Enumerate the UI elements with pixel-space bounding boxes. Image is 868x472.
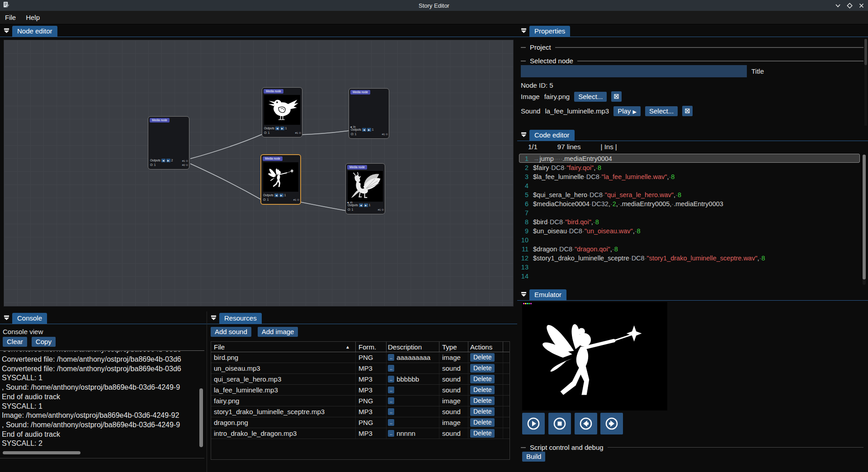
column-header-type[interactable]: Type (439, 342, 468, 352)
console-line: Convertered file: /home/anthony/ostproj/… (2, 355, 198, 364)
collapse-icon[interactable] (521, 131, 527, 139)
outputs-count: 2 (171, 158, 173, 163)
outputs-increment-button[interactable]: ▶ (364, 203, 368, 207)
table-row[interactable]: story1_drako_luminelle_sceptre.mp3MP3 ..… (211, 406, 509, 417)
node-start[interactable]: Media node Outputs◀▶2 O: 1 #1 ⊙#2 ⊙ (148, 116, 189, 170)
console-log[interactable]: Convertered file: /home/anthony/ostproj/… (2, 351, 198, 449)
node-empty[interactable]: Media node ◄ In Outputs◀▶1 O: 1 #1 ⊙ (349, 88, 389, 139)
outputs-decrement-button[interactable]: ◀ (362, 128, 366, 132)
column-header-file[interactable]: File▲ (211, 342, 356, 352)
table-row[interactable]: un_oiseau.mp3MP3 .. sound Delete (211, 363, 509, 374)
column-header-form[interactable]: Form. (356, 342, 387, 352)
outputs-increment-button[interactable]: ▶ (367, 128, 371, 132)
code-text-area[interactable]: 1→jump····.mediaEntry0004 2$fairy·DC8·"f… (519, 154, 860, 288)
node-bird[interactable]: Media node Outputs◀▶1 O: 1 #1 ⊙ (262, 87, 302, 137)
outputs-decrement-button[interactable]: ◀ (161, 159, 165, 162)
table-row[interactable]: intro_drako_le_dragon.mp3MP3 ..nnnnn sou… (211, 428, 509, 439)
edit-description-button[interactable]: .. (388, 397, 394, 404)
edit-description-button[interactable]: .. (388, 408, 394, 415)
edit-description-button[interactable]: .. (388, 365, 394, 372)
delete-button[interactable]: Delete (470, 364, 495, 373)
console-clear-button[interactable]: Clear (3, 337, 27, 347)
delete-button[interactable]: Delete (470, 386, 495, 394)
emulator-next-button[interactable] (600, 413, 623, 434)
tab-emulator[interactable]: Emulator (529, 289, 566, 300)
collapse-icon[interactable] (521, 27, 527, 35)
console-vertical-scrollbar[interactable] (199, 351, 203, 449)
column-header-actions[interactable]: Actions (468, 342, 503, 352)
selected-node-group-separator: Selected node (521, 57, 863, 65)
build-button[interactable]: Build (522, 452, 545, 462)
code-line: 9$un_oiseau·DC8·"un_oiseau.wav",·8 (519, 226, 860, 235)
node-fairy-selected[interactable]: Media node Outputs◀▶1 O: 1 #1 ⊙ (260, 154, 301, 205)
outputs-decrement-button[interactable]: ◀ (275, 127, 279, 130)
console-line: Image: /home/anthony/ostproj/ba869e4b-03… (2, 411, 198, 420)
emulator-stop-button[interactable] (548, 413, 571, 434)
properties-scrollbar[interactable] (864, 39, 867, 126)
outputs-increment-button[interactable]: ▶ (166, 159, 170, 162)
sound-play-button[interactable]: Play ▶ (613, 106, 641, 116)
table-row[interactable]: fairy.pngPNG .. image Delete (211, 396, 509, 406)
tab-code-editor[interactable]: Code editor (529, 130, 575, 141)
table-row[interactable]: dragon.pngPNG .. image Delete (211, 417, 509, 428)
table-row[interactable]: qui_sera_le_hero.mp3MP3 ..bbbbbb sound D… (211, 374, 509, 385)
code-status-bar: 1/1 97 lines | Ins | (528, 143, 617, 151)
table-row[interactable]: bird.pngPNG ..aaaaaaaaa image Delete (211, 352, 509, 363)
edit-description-button[interactable]: .. (388, 354, 394, 361)
collapse-icon[interactable] (4, 314, 9, 322)
delete-button[interactable]: Delete (470, 353, 495, 362)
outputs-decrement-button[interactable]: ◀ (274, 194, 278, 197)
delete-button[interactable]: Delete (470, 375, 495, 383)
emulator-play-button[interactable] (522, 413, 545, 434)
code-scrollbar[interactable] (863, 155, 866, 285)
window-title: Story Editor (0, 2, 868, 9)
collapse-icon[interactable] (4, 27, 9, 35)
sound-clear-button[interactable]: ⊠ (682, 106, 693, 116)
image-clear-button[interactable]: ⊠ (611, 91, 622, 102)
output-pin[interactable]: #2 ⊙ (182, 163, 188, 167)
node-dragon[interactable]: Media node ◄ In Outputs◀▶1 O: 1 #1 ⊙ (345, 163, 385, 214)
node-outputs-label: Outputs (263, 193, 274, 198)
maximize-icon[interactable] (847, 3, 853, 9)
table-row[interactable]: la_fee_luminelle.mp3MP3 .. sound Delete (211, 385, 509, 396)
play-icon: ▶ (633, 109, 637, 114)
delete-button[interactable]: Delete (470, 418, 495, 427)
output-pin[interactable]: #1 ⊙ (295, 131, 301, 135)
console-copy-button[interactable]: Copy (32, 337, 56, 347)
output-pin[interactable]: #1 ⊙ (382, 132, 388, 137)
add-sound-button[interactable]: Add sound (211, 327, 251, 337)
edit-description-button[interactable]: .. (388, 387, 394, 393)
menu-file[interactable]: File (0, 14, 21, 21)
sound-select-button[interactable]: Select... (645, 106, 678, 116)
edit-description-button[interactable]: .. (388, 430, 394, 437)
collapse-icon[interactable] (521, 291, 527, 298)
tab-console[interactable]: Console (12, 313, 47, 324)
minimize-icon[interactable] (835, 3, 841, 9)
tab-properties[interactable]: Properties (529, 26, 570, 37)
delete-button[interactable]: Delete (470, 407, 495, 416)
outputs-increment-button[interactable]: ▶ (279, 194, 283, 197)
console-horizontal-scrollbar[interactable] (2, 451, 198, 455)
tab-resources[interactable]: Resources (219, 313, 262, 324)
node-canvas[interactable]: Media node Outputs◀▶2 O: 1 #1 ⊙#2 ⊙ Medi… (4, 40, 514, 307)
output-pin[interactable]: #1 ⊙ (293, 198, 299, 202)
image-value: fairy.png (544, 93, 570, 100)
delete-button[interactable]: Delete (470, 429, 495, 438)
collapse-icon[interactable] (211, 314, 217, 322)
emulator-prev-button[interactable] (575, 413, 597, 434)
image-select-button[interactable]: Select... (574, 92, 607, 102)
outputs-decrement-button[interactable]: ◀ (359, 203, 363, 207)
console-divider (0, 350, 204, 351)
edit-description-button[interactable]: .. (388, 376, 394, 382)
close-icon[interactable] (859, 3, 864, 9)
column-header-description[interactable]: Description (387, 342, 439, 352)
output-pin[interactable]: #1 ⊙ (182, 159, 188, 163)
menu-help[interactable]: Help (21, 14, 45, 21)
title-input[interactable] (521, 65, 747, 77)
edit-description-button[interactable]: .. (388, 419, 394, 426)
add-image-button[interactable]: Add image (258, 327, 298, 337)
output-pin[interactable]: #1 ⊙ (378, 208, 384, 212)
outputs-increment-button[interactable]: ▶ (280, 127, 284, 130)
delete-button[interactable]: Delete (470, 396, 495, 405)
tab-node-editor[interactable]: Node editor (12, 26, 57, 37)
